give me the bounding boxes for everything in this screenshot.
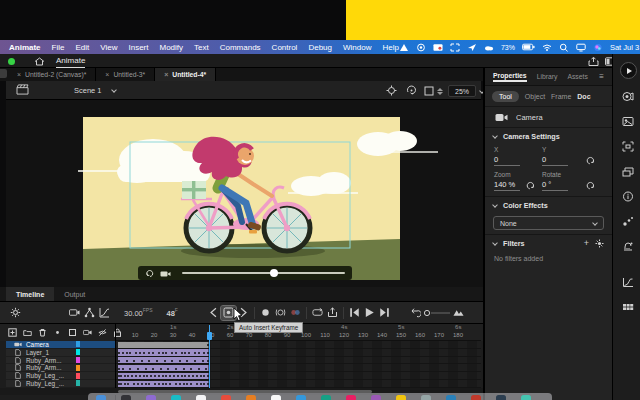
camera-reset-icon[interactable] [145,269,155,278]
siri-icon[interactable] [593,43,603,52]
menu-edit[interactable]: Edit [75,43,89,52]
section-collapse-icon[interactable] [492,202,498,208]
dock-app-icon[interactable] [246,395,256,400]
timeline-tab-timeline[interactable]: Timeline [6,287,54,301]
timeline-zoom-icon[interactable] [451,306,466,320]
undo-icon[interactable] [408,306,423,320]
asset-warp-icon[interactable] [621,240,635,253]
dock-app-icon[interactable] [196,395,206,400]
layer-color-swatch[interactable] [76,341,80,347]
camera-zoom-field[interactable]: 140 % [494,180,520,191]
dock-app-icon[interactable] [121,395,131,400]
document-tab[interactable]: ×Untitled-3* [96,68,155,81]
keyframe-dot[interactable] [198,352,200,354]
dock-app-icon[interactable] [221,395,231,400]
play-icon[interactable] [362,306,377,320]
panel-menu-icon[interactable]: ≡ [599,72,604,81]
keyframe-dot[interactable] [156,360,158,362]
menu-animate[interactable]: Animate [9,43,41,52]
keyframe-dot[interactable] [194,360,196,362]
rotate-reset-icon[interactable] [585,181,595,190]
dock-app-icon[interactable] [371,395,381,400]
keyframe-dot[interactable] [141,360,143,362]
layer-row-ruby-leg-[interactable]: Ruby_Leg_... [6,380,115,388]
camera-panel-icon[interactable] [621,90,635,103]
keyframe-dot[interactable] [143,352,145,354]
layer-color-swatch[interactable] [76,373,80,379]
keyframe-dot[interactable] [190,368,192,370]
document-tab[interactable]: ×Untitled-4* [155,68,216,81]
menu-control[interactable]: Control [272,43,298,52]
menu-text[interactable]: Text [194,43,209,52]
timeline-settings-icon[interactable] [8,306,23,320]
filter-options-icon[interactable] [595,239,604,248]
keyframe-dot[interactable] [160,368,162,370]
layer-frame-row[interactable] [116,357,481,365]
layer-depth-icon[interactable] [621,165,635,178]
keyframe-dot[interactable] [152,368,154,370]
rotate-tool-icon[interactable] [406,85,417,96]
frame-span[interactable] [118,365,209,371]
prev-keyframe-icon[interactable] [206,306,221,320]
layer-frame-row[interactable] [116,349,481,357]
step-back-icon[interactable] [347,306,362,320]
clip-content-icon[interactable] [424,86,434,96]
outline-view-icon[interactable] [68,328,77,337]
close-tab-icon[interactable]: × [17,71,21,78]
loop-playback-icon[interactable] [310,306,325,320]
current-frame-display[interactable]: 48F [167,307,178,318]
dock-app-icon[interactable] [96,395,106,400]
menu-clock[interactable]: Sat Jul 3 3:04 PM [610,43,640,52]
onion-skin-range-icon[interactable] [273,306,288,320]
camera-settings-header[interactable]: Camera Settings [485,128,612,144]
frame-span[interactable] [118,342,209,348]
window-manager-icon[interactable] [450,43,460,52]
dock-app-icon[interactable] [446,395,456,400]
keyframe-dot[interactable] [145,368,147,370]
y-field[interactable]: 0 [542,155,568,166]
display-icon[interactable] [576,43,586,52]
frame-scrubber[interactable] [423,309,451,317]
delete-layer-icon[interactable] [38,328,47,337]
frame-picker-icon[interactable] [621,115,635,128]
dock-app-icon[interactable] [496,395,506,400]
layer-row-ruby-arm-[interactable]: Ruby_Arm... [6,357,115,365]
close-tab-icon[interactable]: × [164,71,168,78]
cloud-icon[interactable] [484,43,494,52]
keyframe-dot[interactable] [122,368,124,370]
ruler-frames[interactable]: 1020304050607080901001101201301401501601… [115,332,481,341]
onion-skin-icon[interactable] [258,306,273,320]
keyframe-dot[interactable] [158,352,160,354]
particles-panel-icon[interactable] [621,215,635,228]
keyframe-dot[interactable] [137,368,139,370]
hide-layers-icon[interactable] [98,328,107,337]
xy-reset-icon[interactable] [585,156,595,165]
section-collapse-icon[interactable] [492,240,498,246]
layer-frame-row[interactable] [116,364,481,372]
stage-pasteboard[interactable] [6,100,483,287]
x-field[interactable]: 0 [494,155,520,166]
crop-panel-icon[interactable] [621,140,635,153]
dock-app-icon[interactable] [296,395,306,400]
show-graphs-icon[interactable] [97,306,112,320]
spotlight-icon[interactable] [559,43,569,52]
dock-app-icon[interactable] [346,395,356,400]
clapper-icon[interactable] [16,84,29,95]
zoom-reset-icon[interactable] [525,181,535,190]
subtab-doc[interactable]: Doc [577,93,590,100]
graph-editor-icon[interactable] [621,276,635,289]
add-layer-icon[interactable] [8,328,17,337]
export-animation-icon[interactable] [325,306,340,320]
dock-app-icon[interactable] [321,395,331,400]
center-stage-icon[interactable] [386,85,397,96]
menu-debug[interactable]: Debug [308,43,332,52]
panel-tab-library[interactable]: Library [537,73,558,80]
menu-commands[interactable]: Commands [220,43,261,52]
menu-view[interactable]: View [100,43,117,52]
keyframe-dot[interactable] [122,352,124,354]
document-tab[interactable]: ×Untitled-2 (Canvas)* [8,68,96,81]
layer-color-swatch[interactable] [76,380,80,386]
keyframe-dot[interactable] [183,368,185,370]
scene-breadcrumb[interactable]: Scene 1 [74,86,102,95]
dock-app-icon[interactable] [396,395,406,400]
